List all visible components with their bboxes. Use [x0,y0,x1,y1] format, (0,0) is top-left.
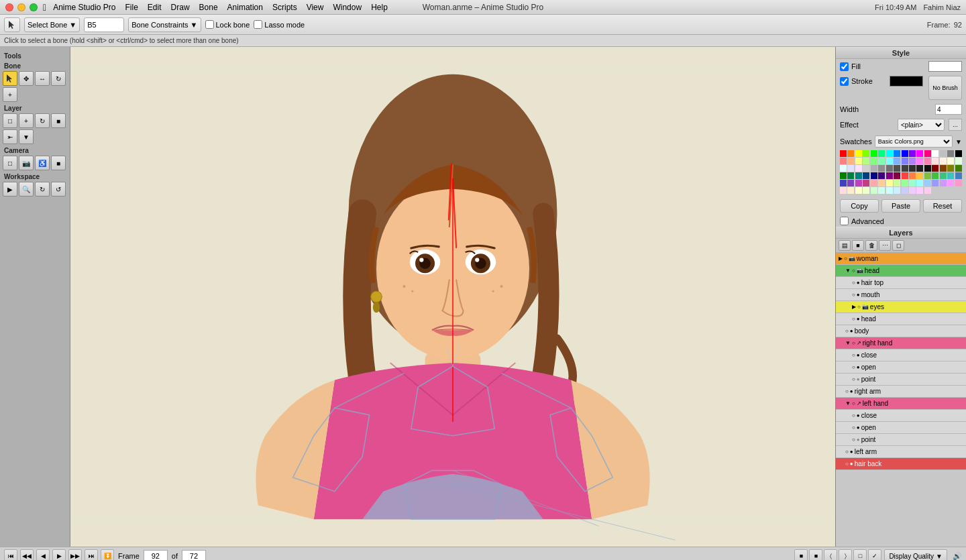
layer-tool-3[interactable]: ↻ [35,113,50,128]
volume-icon[interactable]: 🔊 [953,552,962,561]
lasso-mode-checkbox[interactable]: Lasso mode [254,20,305,29]
camera-tool-3[interactable]: ♿ [35,156,50,170]
swatch-color[interactable] [909,180,916,186]
frame-total-input[interactable] [182,550,206,560]
swatch-color[interactable] [886,187,893,194]
swatch-color[interactable] [855,165,862,172]
camera-tool-2[interactable]: 📷 [19,156,34,170]
menu-draw[interactable]: Draw [171,3,190,12]
layer-item-head-layer[interactable]: ○ ● head [836,313,966,325]
swatch-color[interactable] [916,180,923,186]
workspace-tool-2[interactable]: 🔍 [19,182,34,197]
play-btn[interactable]: ▶ [52,549,66,560]
swatch-color[interactable] [909,165,916,172]
view-btn-3[interactable]: 〈 [824,549,837,560]
menu-edit[interactable]: Edit [148,3,162,12]
swatch-color[interactable] [916,187,923,194]
bone-input[interactable] [84,17,124,32]
layers-tb-btn-delete[interactable]: 🗑 [865,240,877,251]
swatch-color[interactable] [840,165,847,172]
menu-view[interactable]: View [307,3,324,12]
next-frame-btn[interactable]: ▶▶ [68,549,82,560]
swatch-color[interactable] [916,172,923,179]
view-btn-4[interactable]: 〉 [839,549,852,560]
swatch-color[interactable] [863,165,869,172]
swatch-color[interactable] [863,172,869,179]
swatch-color[interactable] [924,172,931,179]
swatch-color[interactable] [840,187,847,194]
swatch-color[interactable] [871,180,877,186]
swatch-color[interactable] [871,187,877,194]
swatch-color[interactable] [863,187,869,194]
swatch-color[interactable] [902,187,908,194]
swatch-color[interactable] [894,180,900,186]
swatch-color[interactable] [894,150,900,157]
display-quality-dropdown[interactable]: Display Quality ▼ [884,549,947,560]
swatch-color[interactable] [940,172,947,179]
layer-tool-4[interactable]: ■ [51,113,66,128]
fill-color-box[interactable] [928,61,962,72]
next-keyframe-btn[interactable]: ⏭ [85,549,98,560]
effect-dropdown[interactable]: <plain> [898,119,945,131]
layer-item-open-1[interactable]: ○ ● open [836,361,966,374]
minimize-button[interactable] [17,3,25,11]
swatch-color[interactable] [932,158,938,164]
swatch-color[interactable] [886,150,893,157]
swatch-color[interactable] [955,172,962,179]
swatch-color[interactable] [847,180,854,186]
layer-item-mouth[interactable]: ○ ● mouth [836,289,966,301]
layer-tool-5[interactable]: ⤜ [3,129,17,144]
swatch-color[interactable] [886,165,893,172]
swatch-color[interactable] [932,172,938,179]
layer-item-hair-back[interactable]: ○ ● hair back [836,458,966,470]
layer-item-left-arm[interactable]: ○ ● left arm [836,446,966,458]
swatch-color[interactable] [878,150,885,157]
swatch-color[interactable] [924,187,931,194]
swatch-color[interactable] [955,165,962,172]
swatch-color[interactable] [886,158,893,164]
swatch-color[interactable] [871,172,877,179]
swatch-color[interactable] [871,158,877,164]
cursor-tool-btn[interactable] [4,17,20,32]
camera-tool-1[interactable]: □ [3,156,17,170]
bone-constraints-dropdown[interactable]: Bone Constraints ▼ [128,17,201,32]
layer-item-right-hand[interactable]: ▼ ○ ↗ right hand [836,337,966,349]
layers-tb-btn-2[interactable]: ■ [852,240,864,251]
swatch-color[interactable] [863,158,869,164]
swatch-color[interactable] [947,172,954,179]
swatch-color[interactable] [909,172,916,179]
swatch-color[interactable] [840,158,847,164]
frame-current-input[interactable] [144,550,168,560]
workspace-tool-4[interactable]: ↺ [51,182,66,197]
reset-button[interactable]: Reset [923,199,962,213]
swatch-color[interactable] [940,180,947,186]
layer-item-woman[interactable]: ▶ ○ 📷 woman [836,253,966,265]
swatch-color[interactable] [947,180,954,186]
swatch-color[interactable] [955,150,962,157]
swatch-color[interactable] [855,172,862,179]
menu-animation[interactable]: Animation [227,3,263,12]
effect-options-btn[interactable]: ... [949,119,962,131]
view-btn-6[interactable]: ✓ [868,549,881,560]
layer-item-open-2[interactable]: ○ ● open [836,422,966,434]
layers-tb-btn-1[interactable]: ▤ [839,240,851,251]
swatch-color[interactable] [886,180,893,186]
swatch-color[interactable] [855,187,862,194]
swatch-color[interactable] [871,150,877,157]
layer-item-body[interactable]: ○ ● body [836,325,966,337]
swatch-color[interactable] [909,158,916,164]
menu-bone[interactable]: Bone [199,3,218,12]
swatch-color[interactable] [840,172,847,179]
workspace-tool-3[interactable]: ↻ [35,182,50,197]
swatch-color[interactable] [947,150,954,157]
swatch-color[interactable] [909,187,916,194]
close-button[interactable] [5,3,13,11]
swatch-color[interactable] [932,165,938,172]
skip-to-start-btn[interactable]: ⏮ [4,549,17,560]
swatch-color[interactable] [878,165,885,172]
swatch-color[interactable] [916,158,923,164]
swatch-color[interactable] [940,165,947,172]
swatch-color[interactable] [847,165,854,172]
swatch-color[interactable] [916,165,923,172]
layers-tb-btn-more[interactable]: ⋯ [879,240,891,251]
